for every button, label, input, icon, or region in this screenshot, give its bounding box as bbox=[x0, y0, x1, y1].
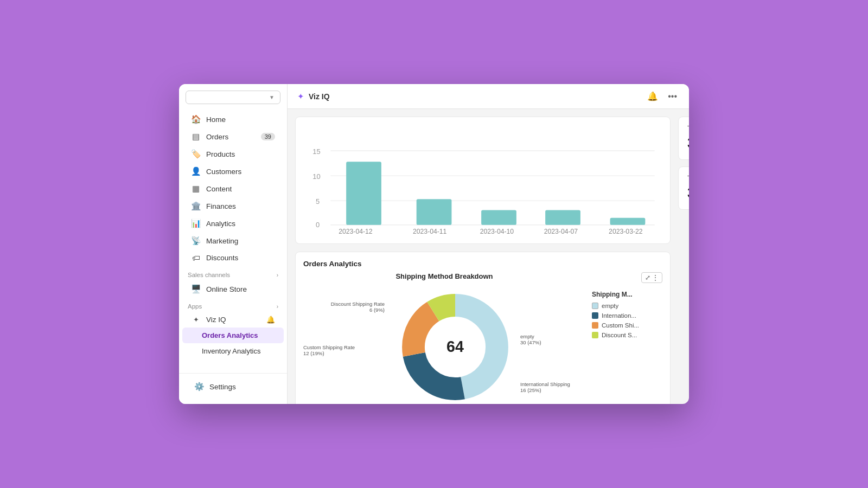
legend-item-international: Internation... bbox=[592, 312, 662, 319]
content-area: 0 5 10 15 bbox=[288, 109, 689, 404]
sidebar-item-home[interactable]: 🏠 Home bbox=[182, 111, 284, 128]
apps-section: Apps › bbox=[179, 298, 287, 312]
svg-rect-10 bbox=[481, 210, 516, 224]
legend-item-discount: Discount S... bbox=[592, 332, 662, 338]
sidebar-label-home: Home bbox=[206, 115, 226, 124]
topbar: ✦ Viz IQ 🔔 ••• bbox=[288, 84, 689, 109]
donut-center-value: 64 bbox=[446, 338, 464, 355]
discounts-icon: 🏷 bbox=[191, 253, 201, 262]
svg-text:0: 0 bbox=[316, 221, 320, 229]
svg-text:2023-04-11: 2023-04-11 bbox=[413, 228, 447, 235]
legend-label-custom: Custom Shi... bbox=[602, 322, 639, 329]
sidebar-label-viz-iq: Viz IQ bbox=[206, 316, 226, 324]
sidebar-item-finances[interactable]: 🏛️ Finances bbox=[182, 197, 284, 215]
analytics-icon: 📊 bbox=[191, 219, 201, 228]
sidebar-label-analytics: Analytics bbox=[206, 220, 235, 228]
total-orders-card: Total Orders 39 bbox=[678, 117, 689, 160]
legend-title: Shipping M... bbox=[592, 291, 662, 298]
sidebar-label-discounts: Discounts bbox=[206, 254, 238, 262]
sidebar-item-products[interactable]: 🏷️ Products bbox=[182, 145, 284, 163]
svg-text:10: 10 bbox=[312, 172, 320, 181]
svg-text:2023-03-22: 2023-03-22 bbox=[609, 228, 643, 235]
sidebar-label-inventory-analytics: Inventory Analytics bbox=[202, 347, 260, 355]
sidebar-item-customers[interactable]: 👤 Customers bbox=[182, 163, 284, 180]
donut-chart-title: Shipping Method Breakdown bbox=[303, 272, 585, 280]
main-window: ▼ 🏠 Home ▤ Orders 39 🏷️ Products 👤 Custo… bbox=[179, 84, 689, 404]
donut-section-title: Orders Analytics bbox=[303, 260, 662, 268]
custom-shipping-label: Custom Shipping Rate 12 (19%) bbox=[303, 344, 379, 356]
svg-rect-9 bbox=[417, 199, 452, 224]
sidebar-label-orders-analytics: Orders Analytics bbox=[202, 331, 258, 339]
discount-shipping-label: Discount Shipping Rate 6 (9%) bbox=[309, 301, 385, 313]
products-icon: 🏷️ bbox=[191, 149, 201, 159]
sidebar-label-finances: Finances bbox=[206, 202, 236, 210]
more-options-icon[interactable]: ••• bbox=[666, 89, 679, 104]
sidebar-label-settings: Settings bbox=[209, 383, 236, 391]
sidebar-item-orders[interactable]: ▤ Orders 39 bbox=[182, 128, 284, 145]
orders-badge: 39 bbox=[261, 133, 275, 140]
sidebar-item-online-store[interactable]: 🖥️ Online Store bbox=[182, 280, 284, 298]
sidebar-item-marketing[interactable]: 📡 Marketing bbox=[182, 232, 284, 249]
apps-label: Apps bbox=[188, 303, 202, 310]
svg-text:2023-04-10: 2023-04-10 bbox=[480, 228, 514, 235]
app-title: Viz IQ bbox=[309, 92, 330, 101]
legend-label-empty: empty bbox=[602, 303, 618, 309]
legend-item-custom: Custom Shi... bbox=[592, 322, 662, 329]
sidebar: ▼ 🏠 Home ▤ Orders 39 🏷️ Products 👤 Custo… bbox=[179, 84, 288, 404]
store-selector[interactable]: ▼ bbox=[186, 91, 280, 104]
legend-panel: ⤢ ⋮ Shipping M... empty Internation... bbox=[592, 272, 662, 342]
sidebar-item-orders-analytics[interactable]: Orders Analytics bbox=[182, 328, 284, 343]
topbar-actions: 🔔 ••• bbox=[645, 89, 679, 104]
viz-iq-bell-icon[interactable]: 🔔 bbox=[266, 316, 275, 324]
legend-color-empty bbox=[592, 303, 598, 309]
sidebar-label-content: Content bbox=[206, 185, 232, 193]
total-orders-label: Total Orders bbox=[687, 125, 689, 132]
total-orders-value: 39 bbox=[687, 134, 689, 152]
finances-icon: 🏛️ bbox=[191, 201, 201, 211]
total-qty-card: Total Quantity of Items Sold 39 bbox=[678, 166, 689, 210]
legend-item-empty: empty bbox=[592, 303, 662, 309]
donut-svg: 64 bbox=[395, 287, 515, 404]
svg-rect-12 bbox=[610, 218, 646, 225]
legend-label-discount: Discount S... bbox=[602, 332, 637, 338]
orders-icon: ▤ bbox=[191, 132, 201, 142]
app-logo-icon: ✦ bbox=[297, 92, 304, 101]
international-label: International Shipping 16 (25%) bbox=[520, 381, 570, 393]
sidebar-item-content[interactable]: ▦ Content bbox=[182, 180, 284, 197]
customers-icon: 👤 bbox=[191, 166, 201, 176]
svg-text:2023-04-12: 2023-04-12 bbox=[339, 228, 373, 235]
total-qty-label: Total Quantity of Items Sold bbox=[687, 175, 689, 182]
sidebar-item-analytics[interactable]: 📊 Analytics bbox=[182, 215, 284, 232]
apps-expand-icon[interactable]: › bbox=[277, 304, 278, 310]
content-right: Total Orders 39 Total Quantity of Items … bbox=[678, 117, 689, 396]
sales-channels-expand-icon[interactable]: › bbox=[277, 272, 278, 278]
bell-icon[interactable]: 🔔 bbox=[645, 89, 660, 104]
legend-label-international: Internation... bbox=[602, 312, 636, 319]
sidebar-item-discounts[interactable]: 🏷 Discounts bbox=[182, 249, 284, 266]
settings-icon: ⚙️ bbox=[194, 382, 204, 391]
svg-rect-11 bbox=[545, 210, 580, 224]
donut-section-card: Orders Analytics Shipping Method Breakdo… bbox=[295, 252, 671, 404]
viz-iq-icon: ✦ bbox=[191, 316, 201, 324]
expand-button[interactable]: ⤢ ⋮ bbox=[641, 272, 662, 283]
svg-text:5: 5 bbox=[316, 197, 320, 206]
legend-color-custom bbox=[592, 322, 598, 329]
sales-channels-section: Sales channels › bbox=[179, 266, 287, 280]
sidebar-label-products: Products bbox=[206, 150, 235, 158]
online-store-icon: 🖥️ bbox=[191, 284, 201, 294]
sidebar-bottom: ⚙️ Settings bbox=[179, 373, 287, 397]
bar-chart-svg: 0 5 10 15 bbox=[303, 125, 662, 236]
legend-color-discount bbox=[592, 332, 598, 338]
sidebar-label-customers: Customers bbox=[206, 168, 241, 176]
total-qty-value: 39 bbox=[687, 184, 689, 202]
content-icon: ▦ bbox=[191, 184, 201, 194]
sidebar-item-viz-iq[interactable]: ✦ Viz IQ 🔔 bbox=[182, 312, 284, 328]
home-icon: 🏠 bbox=[191, 114, 201, 124]
sidebar-item-inventory-analytics[interactable]: Inventory Analytics bbox=[182, 343, 284, 359]
sidebar-nav: 🏠 Home ▤ Orders 39 🏷️ Products 👤 Custome… bbox=[179, 111, 287, 373]
sidebar-item-settings[interactable]: ⚙️ Settings bbox=[186, 378, 280, 395]
chevron-down-icon: ▼ bbox=[269, 94, 275, 100]
sales-channels-label: Sales channels bbox=[188, 272, 230, 278]
bar-chart-card: 0 5 10 15 bbox=[295, 117, 671, 244]
sidebar-label-marketing: Marketing bbox=[206, 237, 238, 245]
